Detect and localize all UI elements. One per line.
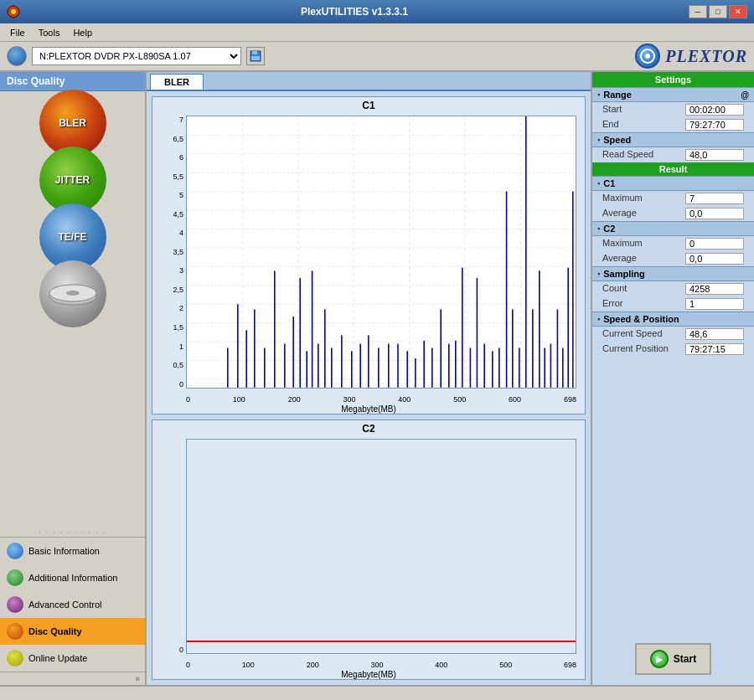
read-speed-value: 48,0: [685, 149, 744, 161]
speed-collapse[interactable]: ▪: [597, 136, 600, 144]
svg-rect-57: [455, 341, 457, 388]
c2-section-label: C2: [603, 224, 615, 234]
svg-rect-44: [341, 336, 343, 388]
tab-bler[interactable]: BLER: [150, 74, 204, 90]
plextor-logo: PLEXTOR: [635, 44, 747, 69]
c1-x-axis: 0 100 200 300 400 500 600 698: [186, 395, 576, 404]
tefe-disc-button[interactable]: TE/FE: [27, 212, 119, 262]
c2-max-value: 0: [685, 238, 744, 250]
svg-rect-73: [562, 348, 564, 388]
c1-chart-box: C1 7 6,5 6 5,5 5 4,5 4 3,5 3 2,5 2 1,5 1…: [152, 96, 586, 414]
online-update-icon: [7, 650, 23, 667]
range-start-label: Start: [602, 104, 622, 116]
current-position-label: Current Position: [602, 343, 669, 355]
range-section-bar: ▪ Range @: [592, 87, 754, 102]
sampling-error-value: 1: [685, 298, 744, 310]
menu-file[interactable]: File: [3, 26, 32, 39]
speed-position-section-bar: ▪ Speed & Position: [592, 311, 754, 327]
svg-rect-54: [431, 348, 433, 388]
current-position-value: 79:27:15: [685, 343, 744, 355]
menu-help[interactable]: Help: [66, 26, 99, 39]
c2-chart-svg: [187, 440, 576, 653]
c2-collapse[interactable]: ▪: [597, 224, 600, 233]
svg-point-1: [11, 9, 16, 14]
c2-avg-value: 0,0: [685, 253, 744, 265]
basic-info-icon: [7, 543, 23, 559]
jitter-disc-button[interactable]: JITTER: [27, 155, 119, 205]
tabs-bar: BLER: [147, 72, 591, 91]
c1-chart-inner: [186, 116, 576, 389]
svg-rect-49: [388, 344, 390, 388]
plextor-circle-icon: [639, 48, 656, 64]
svg-rect-65: [512, 309, 514, 387]
save-button[interactable]: [246, 47, 265, 65]
c1-max-value: 7: [685, 193, 744, 204]
bler-disc-button[interactable]: BLER: [27, 98, 119, 148]
c1-collapse[interactable]: ▪: [597, 179, 600, 188]
svg-rect-31: [237, 304, 239, 388]
svg-rect-41: [318, 344, 319, 388]
c1-avg-value: 0,0: [685, 208, 744, 219]
main-layout: Disc Quality BLER JITTER TE/FE: [0, 72, 754, 685]
content-area: BLER C1 7 6,5 6 5,5 5 4,5 4 3,5 3 2,5 2: [147, 72, 591, 685]
window-title: PlexUTILITIES v1.3.3.1: [20, 6, 689, 18]
drive-select[interactable]: N:PLEXTOR DVDR PX-L890SA 1.07: [32, 47, 241, 65]
svg-rect-66: [519, 348, 520, 388]
sampling-error-label: Error: [602, 298, 622, 310]
range-collapse[interactable]: ▪: [597, 90, 600, 99]
minimize-button[interactable]: ─: [689, 5, 707, 18]
c1-chart-svg: [187, 116, 576, 388]
range-at: @: [741, 90, 749, 100]
sampling-collapse[interactable]: ▪: [597, 270, 600, 278]
svg-rect-61: [483, 344, 485, 388]
range-end-row: End 79:27:70: [592, 117, 754, 132]
svg-rect-64: [506, 192, 508, 388]
svg-rect-60: [477, 278, 478, 388]
titlebar: PlexUTILITIES v1.3.3.1 ─ □ ✕: [0, 0, 754, 23]
charts-area: C1 7 6,5 6 5,5 5 4,5 4 3,5 3 2,5 2 1,5 1…: [147, 91, 591, 685]
sidebar-header: Disc Quality: [0, 72, 145, 91]
disc-buttons-area: BLER JITTER TE/FE: [0, 91, 145, 526]
menu-tools[interactable]: Tools: [32, 26, 67, 39]
c2-chart-inner: [186, 439, 576, 654]
current-position-row: Current Position 79:27:15: [592, 342, 754, 357]
start-button[interactable]: ▶ Start: [635, 643, 711, 675]
speed-position-collapse[interactable]: ▪: [597, 315, 600, 323]
app-icon: [7, 5, 20, 18]
range-label: Range: [603, 90, 632, 100]
svg-rect-35: [274, 270, 276, 388]
online-update-label: Online Update: [28, 653, 87, 663]
menubar: File Tools Help: [0, 23, 754, 42]
svg-rect-52: [415, 358, 416, 388]
svg-rect-55: [440, 309, 442, 387]
start-icon: ▶: [650, 650, 669, 668]
sidebar-item-additional-information[interactable]: Additional Information: [0, 564, 145, 591]
plextor-text: PLEXTOR: [665, 47, 747, 66]
sidebar-item-disc-quality[interactable]: Disc Quality: [0, 618, 145, 645]
svg-rect-62: [492, 351, 493, 388]
basic-info-label: Basic Information: [28, 546, 100, 556]
sidebar: Disc Quality BLER JITTER TE/FE: [0, 72, 147, 685]
svg-rect-67: [525, 116, 527, 388]
plain-disc-button[interactable]: [27, 269, 119, 319]
svg-rect-59: [470, 348, 472, 388]
svg-rect-32: [245, 330, 247, 388]
c2-chart-box: C2 0 0 100 200 300 400 500: [152, 419, 586, 680]
svg-rect-39: [306, 351, 307, 388]
c1-avg-row: Average 0,0: [592, 206, 754, 221]
c1-section-bar: ▪ C1: [592, 176, 754, 191]
sidebar-expand[interactable]: »: [0, 672, 145, 685]
close-button[interactable]: ✕: [729, 5, 747, 18]
sidebar-item-online-update[interactable]: Online Update: [0, 645, 145, 672]
drivebar: N:PLEXTOR DVDR PX-L890SA 1.07 PLEXTOR: [0, 42, 754, 72]
sidebar-item-basic-information[interactable]: Basic Information: [0, 538, 145, 564]
plain-disc-visual: [39, 260, 106, 327]
c2-avg-row: Average 0,0: [592, 251, 754, 266]
advanced-control-icon: [7, 596, 23, 613]
sidebar-item-advanced-control[interactable]: Advanced Control: [0, 591, 145, 618]
maximize-button[interactable]: □: [709, 5, 727, 18]
svg-rect-40: [312, 270, 313, 388]
svg-rect-50: [397, 344, 399, 388]
svg-rect-58: [462, 268, 463, 388]
c1-y-axis: 7 6,5 6 5,5 5 4,5 4 3,5 3 2,5 2 1,5 1 0,…: [152, 116, 186, 389]
